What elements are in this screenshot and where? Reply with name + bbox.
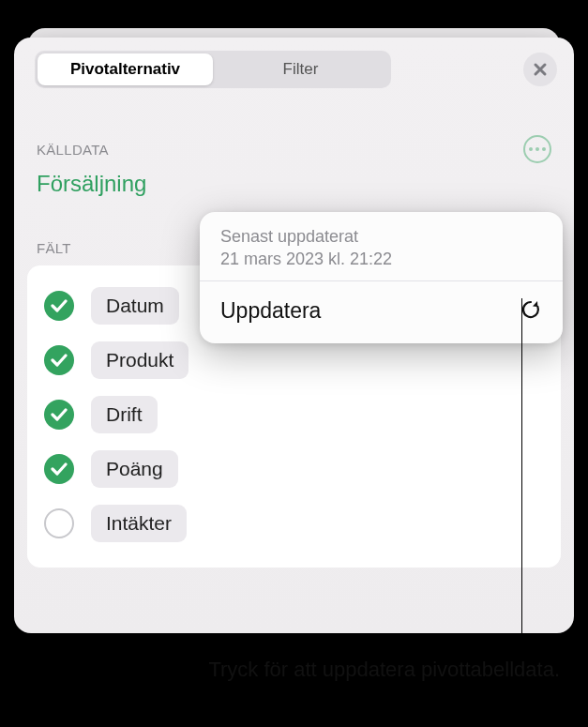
last-updated-label: Senast uppdaterat <box>220 225 542 248</box>
more-options-button[interactable] <box>523 135 551 163</box>
ellipsis-icon <box>529 147 546 151</box>
callout-text: Tryck för att uppdatera pivottabelldata. <box>169 657 560 684</box>
pivot-options-panel: Pivotalternativ Filter KÄLLDATA Försäljn… <box>14 38 574 633</box>
close-button[interactable] <box>523 53 557 86</box>
refresh-popover: Senast uppdaterat 21 mars 2023 kl. 21:22… <box>200 212 563 343</box>
callout-leader-line <box>521 298 522 653</box>
close-icon <box>533 62 548 77</box>
last-updated-value: 21 mars 2023 kl. 21:22 <box>220 248 542 270</box>
source-data-section: KÄLLDATA Försäljning <box>14 135 574 197</box>
popover-info: Senast uppdaterat 21 mars 2023 kl. 21:22 <box>200 212 563 281</box>
source-data-label: KÄLLDATA <box>37 142 109 158</box>
field-row: Intäkter <box>44 496 544 551</box>
field-checkbox[interactable] <box>44 400 74 430</box>
field-row: Poäng <box>44 442 544 496</box>
field-pill[interactable]: Poäng <box>91 450 178 488</box>
field-row: Drift <box>44 387 544 442</box>
panel-header: Pivotalternativ Filter <box>14 38 574 101</box>
field-checkbox[interactable] <box>44 454 74 484</box>
refresh-icon <box>520 298 542 325</box>
source-table-name[interactable]: Försäljning <box>37 171 551 197</box>
check-icon <box>51 408 68 421</box>
tab-pivot-options[interactable]: Pivotalternativ <box>38 53 213 85</box>
refresh-label: Uppdatera <box>220 298 321 324</box>
field-pill[interactable]: Produkt <box>91 341 188 379</box>
refresh-button[interactable]: Uppdatera <box>200 281 563 343</box>
field-checkbox[interactable] <box>44 345 74 375</box>
field-pill[interactable]: Datum <box>91 287 179 325</box>
check-icon <box>51 299 68 312</box>
check-icon <box>51 354 68 367</box>
segmented-control: Pivotalternativ Filter <box>35 51 391 88</box>
field-pill[interactable]: Drift <box>91 396 158 433</box>
check-icon <box>51 462 68 476</box>
field-checkbox[interactable] <box>44 508 74 538</box>
field-checkbox[interactable] <box>44 291 74 321</box>
tab-filter[interactable]: Filter <box>213 53 388 85</box>
field-pill[interactable]: Intäkter <box>91 505 187 542</box>
